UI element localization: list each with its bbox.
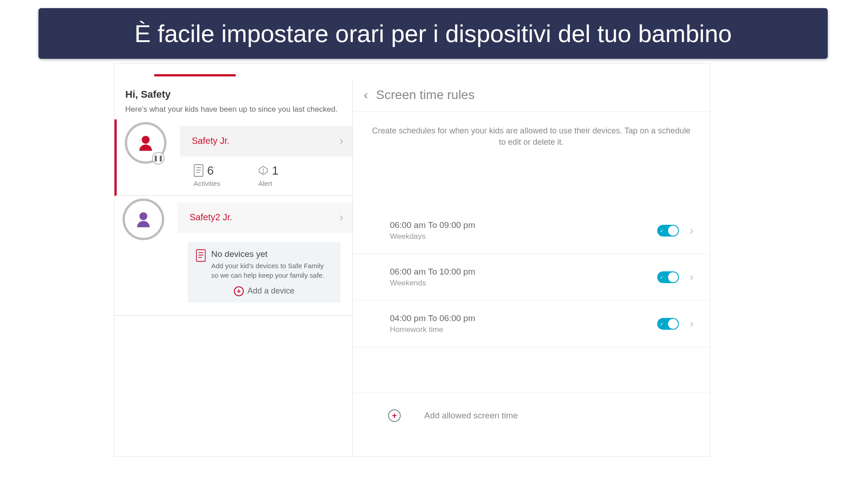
no-devices-sub: Add your kid's devices to Safe Family so…	[211, 261, 332, 280]
schedule-toggle[interactable]	[657, 271, 679, 283]
banner-text: È facile impostare orari per i dispositi…	[134, 19, 732, 47]
chevron-right-icon: ›	[690, 271, 693, 284]
alert-icon	[258, 164, 268, 177]
active-tab-indicator	[154, 74, 236, 76]
activities-count: 6	[207, 164, 213, 178]
child-row[interactable]: Safety2 Jr. ›	[178, 202, 352, 233]
stats-row: 6 Activities 1 Alert	[194, 164, 352, 187]
page-title: Screen time rules	[376, 88, 474, 102]
chevron-right-icon: ›	[690, 317, 693, 330]
child-card-active[interactable]: ❚❚ Safety Jr. › 6 Activities 1	[114, 119, 352, 196]
add-screen-time-button[interactable]: + Add allowed screen time	[353, 393, 710, 426]
schedule-item[interactable]: 04:00 pm To 06:00 pm Homework time ›	[353, 301, 710, 347]
schedule-time: 06:00 am To 10:00 pm	[390, 267, 657, 277]
plus-icon: +	[388, 409, 401, 422]
schedule-info: 06:00 am To 09:00 pm Weekdays	[390, 220, 657, 241]
no-devices-title: No devices yet	[211, 249, 332, 259]
greeting-subtitle: Here's what your kids have been up to si…	[125, 104, 342, 115]
schedule-time: 04:00 pm To 06:00 pm	[390, 313, 657, 323]
schedule-toggle[interactable]	[657, 318, 679, 330]
schedule-toggle[interactable]	[657, 225, 679, 237]
chevron-right-icon: ›	[339, 210, 343, 224]
schedule-info: 04:00 pm To 06:00 pm Homework time	[390, 313, 657, 334]
svg-rect-1	[194, 165, 203, 176]
device-icon	[196, 249, 206, 262]
pause-icon: ❚❚	[152, 152, 165, 165]
svg-point-7	[263, 172, 264, 173]
schedule-item[interactable]: 06:00 am To 09:00 pm Weekdays ›	[353, 208, 710, 254]
svg-rect-9	[196, 250, 205, 261]
schedule-time: 06:00 am To 09:00 pm	[390, 220, 657, 230]
list-icon	[194, 164, 204, 177]
svg-point-0	[142, 136, 150, 144]
child-row[interactable]: Safety Jr. ›	[180, 126, 352, 156]
avatar	[123, 199, 164, 240]
add-device-label: Add a device	[247, 286, 294, 296]
alert-stat[interactable]: 1 Alert	[258, 164, 278, 187]
schedule-label: Homework time	[390, 325, 657, 334]
add-screen-time-label: Add allowed screen time	[424, 411, 518, 421]
person-icon	[136, 133, 155, 152]
greeting-block: Hi, Safety Here's what your kids have be…	[114, 79, 352, 119]
plus-icon: +	[234, 286, 244, 296]
page-description: Create schedules for when your kids are …	[353, 112, 710, 158]
no-devices-card: No devices yet Add your kid's devices to…	[188, 242, 341, 303]
schedule-list: 06:00 am To 09:00 pm Weekdays › 06:00 am…	[353, 208, 710, 347]
alert-label: Alert	[258, 180, 272, 187]
child-name: Safety Jr.	[192, 136, 339, 146]
person-icon	[134, 210, 153, 229]
chevron-right-icon: ›	[690, 224, 693, 237]
back-button[interactable]: ‹	[364, 88, 368, 102]
activities-label: Activities	[194, 180, 220, 187]
schedule-label: Weekdays	[390, 232, 657, 241]
schedule-item[interactable]: 06:00 am To 10:00 pm Weekends ›	[353, 254, 710, 301]
sidebar: Hi, Safety Here's what your kids have be…	[114, 79, 353, 457]
chevron-right-icon: ›	[339, 134, 343, 148]
app-frame: Hi, Safety Here's what your kids have be…	[114, 63, 710, 457]
alert-count: 1	[272, 164, 278, 178]
main-panel: ‹ Screen time rules Create schedules for…	[353, 79, 710, 457]
schedule-info: 06:00 am To 10:00 pm Weekends	[390, 267, 657, 288]
add-device-button[interactable]: + Add a device	[196, 286, 332, 296]
main-header: ‹ Screen time rules	[353, 79, 710, 112]
activities-stat[interactable]: 6 Activities	[194, 164, 220, 187]
schedule-label: Weekends	[390, 279, 657, 288]
promo-banner: È facile impostare orari per i dispositi…	[38, 8, 828, 59]
svg-point-8	[139, 212, 147, 220]
child-card[interactable]: Safety2 Jr. › No devices yet Add your ki…	[114, 196, 352, 316]
greeting-title: Hi, Safety	[125, 89, 342, 100]
child-name: Safety2 Jr.	[190, 212, 339, 223]
